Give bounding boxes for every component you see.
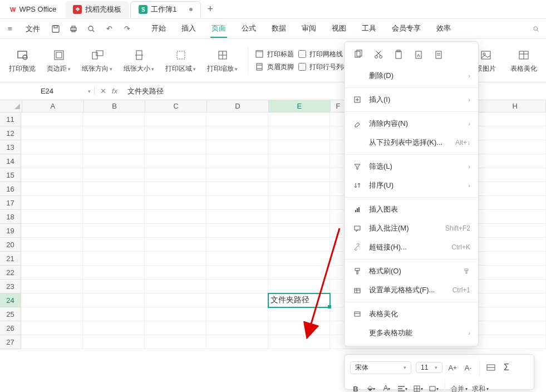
cell[interactable] xyxy=(145,112,206,126)
cell[interactable] xyxy=(206,224,268,238)
select-all-corner[interactable] xyxy=(0,100,22,112)
cell[interactable] xyxy=(484,210,546,224)
cell[interactable] xyxy=(268,335,330,349)
ribbon-size[interactable]: 纸张大小▾ xyxy=(120,47,158,74)
merge-icon[interactable] xyxy=(485,362,496,373)
ribbon-margins[interactable]: 页边距▾ xyxy=(43,47,74,74)
row-header[interactable]: 14 xyxy=(0,154,21,168)
ribbon-table-beautify[interactable]: 表格美化 xyxy=(507,47,540,74)
cell[interactable] xyxy=(21,307,83,321)
autosum-icon[interactable]: Σ xyxy=(501,362,512,373)
row-header[interactable]: 11 xyxy=(0,112,21,126)
cell[interactable] xyxy=(206,126,268,140)
cell[interactable] xyxy=(145,280,206,293)
cell[interactable] xyxy=(268,154,330,168)
cell[interactable] xyxy=(268,252,330,266)
cell[interactable] xyxy=(268,140,330,154)
cell[interactable] xyxy=(21,140,83,154)
merge-button[interactable]: 合并▾ xyxy=(451,384,468,393)
cell[interactable] xyxy=(21,196,83,210)
ctx-insert-chart[interactable]: 插入图表 xyxy=(345,200,478,219)
ctx-filter[interactable]: 筛选(L)› xyxy=(345,157,478,176)
cell[interactable] xyxy=(206,168,268,182)
row-header[interactable]: 16 xyxy=(0,182,21,196)
cell[interactable] xyxy=(268,307,330,321)
cell[interactable] xyxy=(83,293,145,307)
ctx-dropdown-select[interactable]: 从下拉列表中选择(K)...Alt+↓ xyxy=(345,133,478,152)
ribbon-print-titles[interactable]: 打印标题 xyxy=(255,50,294,59)
cell[interactable] xyxy=(21,238,83,252)
hamburger-icon[interactable]: ≡ xyxy=(4,23,16,35)
cut-icon[interactable] xyxy=(372,48,385,61)
cell[interactable] xyxy=(206,280,268,293)
cell[interactable] xyxy=(83,307,145,321)
col-header[interactable]: H xyxy=(484,100,546,112)
ctx-cell-format[interactable]: 设置单元格格式(F)...Ctrl+1 xyxy=(345,281,478,300)
name-box[interactable]: E24 ▾ xyxy=(0,87,95,95)
cell[interactable] xyxy=(484,335,546,349)
row-header[interactable]: 27 xyxy=(0,335,21,349)
cell[interactable] xyxy=(206,112,268,126)
cell[interactable] xyxy=(83,196,145,210)
search-icon[interactable] xyxy=(530,23,542,35)
ctx-format-painter[interactable]: 格式刷(O) xyxy=(345,262,478,281)
cell[interactable] xyxy=(206,140,268,154)
cell[interactable] xyxy=(145,210,206,224)
document-tab[interactable]: S 工作簿1 xyxy=(130,1,200,18)
cell[interactable] xyxy=(484,126,546,140)
col-header[interactable]: D xyxy=(207,100,269,112)
cell[interactable] xyxy=(268,224,330,238)
gridlines-checkbox[interactable] xyxy=(298,50,306,58)
file-menu[interactable]: 文件 xyxy=(22,22,43,36)
col-header[interactable]: C xyxy=(145,100,207,112)
cell[interactable] xyxy=(484,140,546,154)
ribbon-print-scale[interactable]: 打印缩放▾ xyxy=(204,47,241,74)
row-header[interactable]: 17 xyxy=(0,196,21,210)
cell[interactable] xyxy=(145,140,206,154)
cell[interactable] xyxy=(145,321,206,335)
ribbon-print-area[interactable]: 打印区域▾ xyxy=(162,47,199,74)
cell[interactable] xyxy=(484,182,546,196)
paste-icon[interactable] xyxy=(392,48,405,61)
cell[interactable] xyxy=(145,266,206,280)
save-icon[interactable] xyxy=(50,23,61,35)
row-header[interactable]: 26 xyxy=(0,321,21,335)
menu-start[interactable]: 开始 xyxy=(150,20,167,38)
paste-special-icon[interactable] xyxy=(432,48,445,61)
cell[interactable] xyxy=(206,266,268,280)
font-color-icon[interactable]: A▾ xyxy=(381,383,392,392)
cell[interactable] xyxy=(145,126,206,140)
redo-icon[interactable]: ↷ xyxy=(121,23,132,35)
ctx-hyperlink[interactable]: 超链接(H)...Ctrl+K xyxy=(345,238,478,257)
ctx-table-beautify[interactable]: 表格美化 xyxy=(345,305,478,324)
cell[interactable] xyxy=(83,182,145,196)
cell[interactable] xyxy=(145,238,206,252)
cell[interactable] xyxy=(145,154,206,168)
cell[interactable] xyxy=(484,252,546,266)
menu-view[interactable]: 视图 xyxy=(331,20,347,38)
menu-page[interactable]: 页面 xyxy=(210,20,227,38)
cell[interactable] xyxy=(83,224,145,238)
cell[interactable] xyxy=(145,293,206,307)
cell[interactable] xyxy=(83,210,145,224)
cancel-icon[interactable]: ✕ xyxy=(100,87,106,95)
row-header[interactable]: 24 xyxy=(0,293,21,307)
cell[interactable] xyxy=(268,126,330,140)
cell[interactable] xyxy=(145,307,206,321)
undo-icon[interactable]: ↶ xyxy=(104,23,115,35)
cell[interactable] xyxy=(268,238,330,252)
row-header[interactable]: 20 xyxy=(0,238,21,252)
cell[interactable] xyxy=(484,266,546,280)
menu-formula[interactable]: 公式 xyxy=(240,20,257,38)
cell[interactable] xyxy=(83,238,145,252)
cell[interactable] xyxy=(21,112,83,126)
ribbon-orientation[interactable]: 纸张方向▾ xyxy=(78,47,116,74)
cell[interactable] xyxy=(206,238,268,252)
menu-insert[interactable]: 插入 xyxy=(180,20,197,38)
print-icon[interactable] xyxy=(68,23,79,35)
menu-efficiency[interactable]: 效率 xyxy=(435,20,452,38)
cell[interactable] xyxy=(206,196,268,210)
cell[interactable] xyxy=(83,154,145,168)
cell[interactable] xyxy=(83,280,145,293)
paste-text-icon[interactable]: A xyxy=(412,48,425,61)
